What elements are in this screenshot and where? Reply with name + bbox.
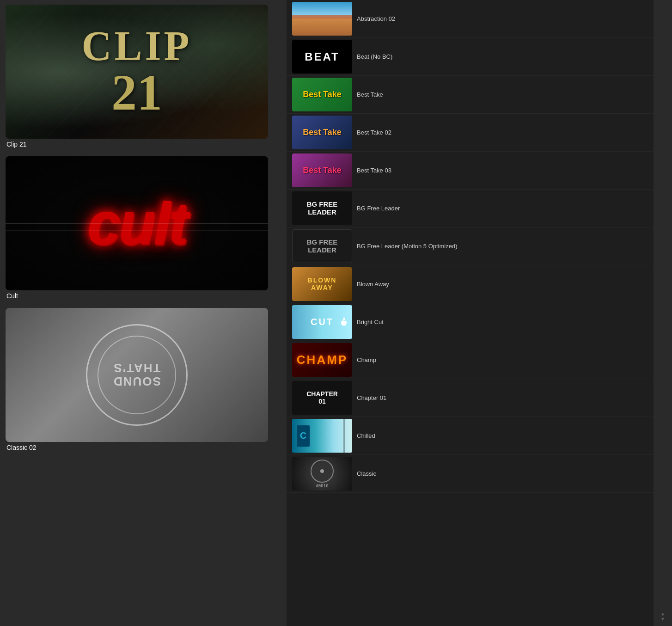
cult-label: Cult <box>6 290 281 304</box>
thumb-besttake03-text: Best Take <box>303 166 342 175</box>
list-item-chilled[interactable]: C Chilled <box>287 417 654 455</box>
thumb-abstraction02 <box>292 2 352 36</box>
list-item-beat[interactable]: BEAT Beat (No BC) <box>287 38 654 76</box>
thumb-blownaway: BLOWNAWAY <box>292 267 352 301</box>
apple-logo-icon <box>339 317 348 326</box>
label-besttake02: Best Take 02 <box>357 129 648 136</box>
list-item-champ[interactable]: CHAMP Champ <box>287 341 654 379</box>
thumb-bgfree-motion5: BG FREELEADER <box>292 229 352 263</box>
label-chapter01: Chapter 01 <box>357 394 648 401</box>
thumb-beat: BEAT <box>292 40 352 74</box>
label-blownaway: Blown Away <box>357 281 648 288</box>
thumbnail-cult: cult <box>6 156 268 290</box>
label-besttake03: Best Take 03 <box>357 167 648 174</box>
thumb-bgfree-text: BG FREELEADER <box>307 201 338 216</box>
label-brightcut: Bright Cut <box>357 319 648 325</box>
list-item-brightcut[interactable]: CUT Bright Cut <box>287 303 654 341</box>
media-item-clip21[interactable]: CLIP 21 Clip 21 <box>6 5 281 153</box>
label-besttake: Best Take <box>357 91 648 98</box>
thumb-besttake-text: Best Take <box>303 90 342 99</box>
list-item-bgfree[interactable]: BG FREELEADER BG Free Leader <box>287 190 654 227</box>
list-item-besttake[interactable]: Best Take Best Take <box>287 76 654 114</box>
thumbnail-classic02: SOUNDTHAT'S <box>6 308 268 442</box>
list-item-classic[interactable]: #0010 Classic <box>287 455 654 493</box>
thumb-beat-text: BEAT <box>305 50 340 63</box>
label-champ: Champ <box>357 356 648 363</box>
thumb-champ: CHAMP <box>292 343 352 377</box>
right-panel: Abstraction 02 BEAT Beat (No BC) Best Ta… <box>287 0 654 626</box>
thumb-besttake02-text: Best Take <box>303 128 342 137</box>
thumb-chapter01: CHAPTER01 <box>292 381 352 415</box>
list-item-besttake03[interactable]: Best Take Best Take 03 <box>287 152 654 190</box>
thumb-blownaway-text: BLOWNAWAY <box>308 277 337 291</box>
classic02-label: Classic 02 <box>6 442 281 456</box>
left-panel: CLIP 21 Clip 21 cult Cult SOUNDTHAT'S <box>0 0 287 626</box>
list-item-abstraction02[interactable]: Abstraction 02 <box>287 0 654 38</box>
classic-text: #0010 <box>311 484 334 488</box>
classic02-circle-text: SOUNDTHAT'S <box>113 362 161 388</box>
label-bgfree-motion5: BG Free Leader (Motion 5 Optimized) <box>357 243 648 250</box>
thumb-bgfree-motion5-text: BG FREELEADER <box>307 239 338 254</box>
list-item-besttake02[interactable]: Best Take Best Take 02 <box>287 114 654 152</box>
thumb-brightcut-text: CUT <box>311 317 334 327</box>
label-bgfree: BG Free Leader <box>357 205 648 212</box>
thumb-brightcut: CUT <box>292 305 352 339</box>
thumb-chapter01-text: CHAPTER01 <box>306 391 338 405</box>
thumb-besttake03: Best Take <box>292 153 352 187</box>
label-abstraction02: Abstraction 02 <box>357 15 648 22</box>
thumb-besttake: Best Take <box>292 78 352 111</box>
label-chilled: Chilled <box>357 432 648 439</box>
thumb-champ-text: CHAMP <box>297 353 348 367</box>
list-item-bgfree-motion5[interactable]: BG FREELEADER BG Free Leader (Motion 5 O… <box>287 227 654 265</box>
clip21-label: Clip 21 <box>6 139 281 153</box>
clip21-text-line1: CLIP <box>81 25 192 67</box>
thumbnail-clip21: CLIP 21 <box>6 5 268 139</box>
thumb-bgfree: BG FREELEADER <box>292 191 352 225</box>
list-item-chapter01[interactable]: CHAPTER01 Chapter 01 <box>287 379 654 417</box>
label-classic: Classic <box>357 470 648 477</box>
scroll-arrows[interactable]: ▲▼ <box>660 611 666 621</box>
chilled-letter: C <box>300 430 306 441</box>
list-item-blownaway[interactable]: BLOWNAWAY Blown Away <box>287 265 654 303</box>
thumb-classic: #0010 <box>292 457 352 491</box>
thumb-besttake02: Best Take <box>292 116 352 149</box>
clip21-text-line2: 21 <box>81 67 192 118</box>
thumb-chilled: C <box>292 419 352 453</box>
label-beat: Beat (No BC) <box>357 53 648 60</box>
media-item-classic02[interactable]: SOUNDTHAT'S Classic 02 <box>6 308 281 456</box>
scroll-indicator: ▲▼ <box>654 0 672 626</box>
media-item-cult[interactable]: cult Cult <box>6 156 281 304</box>
